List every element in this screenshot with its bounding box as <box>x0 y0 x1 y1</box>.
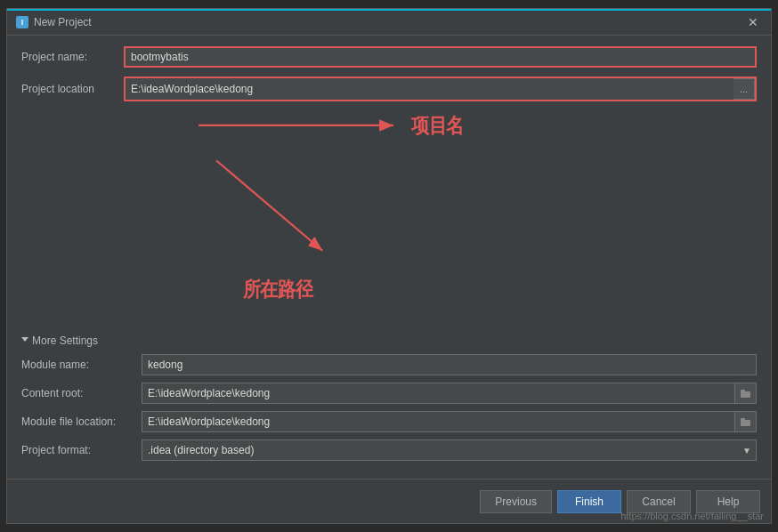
svg-rect-7 <box>741 420 750 426</box>
project-format-select[interactable]: .idea (directory based) Eclipse format <box>142 439 757 461</box>
project-location-field: ... <box>124 77 757 101</box>
location-browse-button[interactable]: ... <box>733 78 755 100</box>
help-button[interactable]: Help <box>696 490 760 513</box>
project-name-label: Project name: <box>21 51 124 63</box>
app-icon: I <box>16 16 28 28</box>
title-bar-left: I New Project <box>16 16 92 28</box>
more-settings-section: More Settings Module name: Content root: <box>21 331 757 468</box>
project-location-row: Project location ... <box>21 77 757 101</box>
module-name-row: Module name: <box>21 354 757 375</box>
action-buttons: Previous Finish Cancel Help <box>480 490 760 513</box>
content-root-field <box>142 383 757 404</box>
project-format-row: Project format: .idea (directory based) … <box>21 439 757 461</box>
previous-button[interactable]: Previous <box>480 490 552 513</box>
module-file-browse-button[interactable] <box>735 411 757 432</box>
svg-text:项目名: 项目名 <box>410 115 464 137</box>
dialog-content: Project name: Project location ... <box>7 36 771 479</box>
cancel-button[interactable]: Cancel <box>627 490 691 513</box>
dialog-title: New Project <box>34 16 92 28</box>
project-location-label: Project location <box>21 83 124 95</box>
module-file-location-label: Module file location: <box>21 415 142 428</box>
title-bar: I New Project ✕ <box>7 9 771 36</box>
content-root-browse-button[interactable] <box>735 383 757 404</box>
project-location-input[interactable] <box>126 78 733 100</box>
new-project-dialog: I New Project ✕ Project name: Project lo… <box>6 8 772 524</box>
collapse-triangle-icon <box>21 337 28 345</box>
more-settings-header[interactable]: More Settings <box>21 335 757 347</box>
svg-rect-8 <box>741 418 745 421</box>
content-root-label: Content root: <box>21 387 142 399</box>
content-root-row: Content root: <box>21 383 757 404</box>
module-name-input[interactable] <box>142 354 757 375</box>
project-format-select-wrapper: .idea (directory based) Eclipse format ▼ <box>142 439 757 461</box>
svg-rect-6 <box>741 390 745 392</box>
annotation-area: 项目名 所在路径 <box>21 110 757 331</box>
svg-text:所在路径: 所在路径 <box>242 278 313 300</box>
project-name-row: Project name: <box>21 46 757 68</box>
module-file-location-row: Module file location: <box>21 411 757 432</box>
module-name-label: Module name: <box>21 359 142 371</box>
svg-rect-5 <box>741 391 750 398</box>
annotations-svg: 项目名 所在路径 <box>21 110 757 331</box>
module-file-location-field <box>142 411 757 432</box>
footer-url: https://blog.csdn.net/falling__star <box>620 511 764 521</box>
close-button[interactable]: ✕ <box>744 13 762 31</box>
project-name-input[interactable] <box>124 46 757 68</box>
svg-line-3 <box>216 160 322 250</box>
content-root-input[interactable] <box>142 383 735 404</box>
more-settings-label: More Settings <box>32 335 98 347</box>
project-format-label: Project format: <box>21 444 142 456</box>
finish-button[interactable]: Finish <box>557 490 621 513</box>
module-file-location-input[interactable] <box>142 411 735 432</box>
